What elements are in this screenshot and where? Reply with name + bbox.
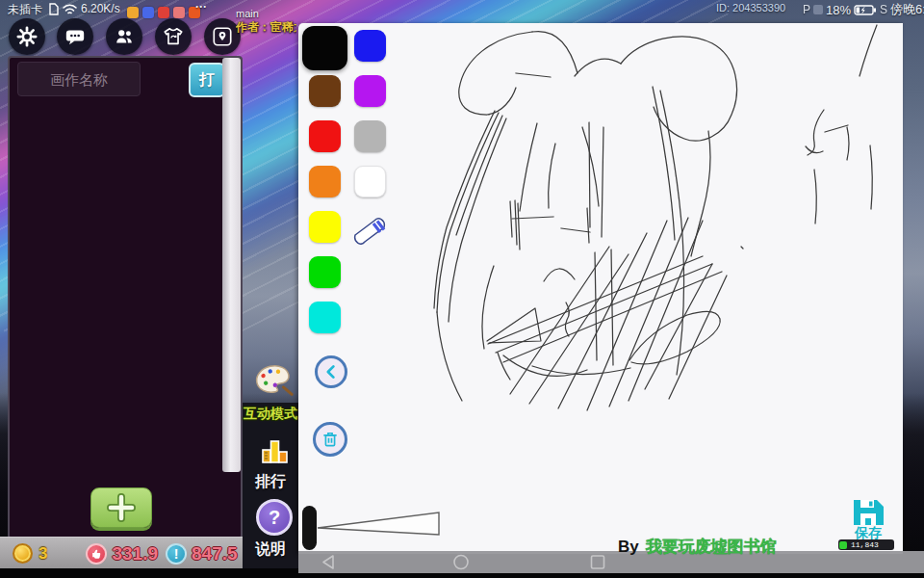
credit-by: By	[618, 538, 639, 557]
exclamation-glyph: !	[174, 546, 179, 562]
map-pin-icon	[212, 26, 233, 47]
friends-button[interactable]	[106, 18, 142, 55]
scene-name: main	[236, 8, 296, 19]
bottom-bezel	[0, 568, 298, 578]
brush-size-handle[interactable]	[302, 506, 317, 550]
drawing-canvas[interactable]	[298, 23, 903, 554]
chat-button[interactable]	[57, 18, 93, 55]
sim-status-text: 未插卡	[8, 2, 42, 18]
nav-recents-button[interactable]	[589, 554, 606, 570]
back-chevron-icon	[323, 364, 339, 380]
settings-button[interactable]	[9, 18, 45, 55]
coin-count: 3	[38, 544, 47, 564]
overlay-glyph	[813, 5, 823, 14]
notification-icon[interactable]	[158, 7, 169, 18]
clear-canvas-button[interactable]	[313, 422, 347, 457]
likes-count: 331.9	[112, 543, 158, 565]
help-button[interactable]: ?	[256, 499, 293, 536]
swatch-blue[interactable]	[354, 30, 386, 62]
wifi-icon	[62, 3, 78, 15]
performance-counter: 11,843	[838, 539, 894, 550]
scene-info: main 作者：宦稀大佬	[236, 8, 296, 36]
swatch-red[interactable]	[309, 120, 341, 152]
counter-value: 11,843	[851, 540, 879, 549]
sim-card-icon	[48, 3, 59, 15]
add-artwork-button[interactable]	[90, 487, 152, 528]
ranking-bars-icon	[260, 435, 291, 466]
counter-led	[839, 541, 847, 549]
brush-size-wedge[interactable]	[316, 508, 443, 539]
eraser-tool[interactable]	[348, 212, 393, 245]
notification-overflow-dots[interactable]: ···	[195, 0, 207, 13]
swatch-yellow[interactable]	[309, 211, 341, 243]
help-label[interactable]: 说明	[243, 539, 298, 560]
clock-time: 傍晚6:41	[890, 1, 924, 18]
save-button[interactable]	[851, 497, 886, 527]
coin-icon	[13, 543, 33, 564]
player-id: ID: 204353390	[716, 2, 785, 13]
energy-count: 847.5	[192, 543, 238, 565]
interact-mode-label[interactable]: 互动模式	[241, 406, 300, 423]
wardrobe-button[interactable]	[155, 18, 192, 55]
swatch-brown[interactable]	[309, 75, 341, 107]
artwork-name-input[interactable]	[17, 62, 141, 96]
credit-line: By 我要玩废墟图书馆	[618, 536, 777, 558]
question-mark-glyph: ?	[269, 507, 280, 529]
swatch-cyan[interactable]	[309, 302, 341, 333]
status-right-cluster: P 18% S 傍晚6:41	[803, 1, 924, 18]
swatch-green[interactable]	[309, 256, 341, 288]
nav-back-button[interactable]	[320, 554, 337, 570]
shirt-swap-icon	[163, 26, 184, 47]
battery-icon	[854, 4, 877, 16]
open-button[interactable]: 打	[189, 63, 225, 97]
friends-icon	[114, 26, 135, 47]
energy-icon: !	[166, 543, 187, 565]
panel-scrollbar[interactable]	[222, 58, 241, 472]
artwork-list-panel	[8, 56, 243, 539]
chat-bubble-icon	[64, 26, 86, 47]
screen: 未插卡 6.20K/s ··· ID: 204353390 P 18% S 傍晚…	[0, 0, 924, 578]
nav-home-button[interactable]	[452, 554, 470, 570]
scene-author: 作者：宦稀大佬	[236, 19, 296, 36]
swatch-orange[interactable]	[309, 166, 341, 197]
swatch-gray[interactable]	[354, 120, 386, 152]
notification-icon[interactable]	[142, 7, 154, 18]
android-nav-bar	[298, 551, 924, 573]
credit-author-link[interactable]: 我要玩废墟图书馆	[646, 536, 777, 558]
palette-icon	[253, 360, 294, 403]
likes-icon	[86, 543, 107, 565]
battery-percent: 18%	[826, 3, 851, 17]
ranking-label[interactable]: 排行	[243, 472, 298, 492]
ranking-button[interactable]	[260, 435, 291, 470]
network-speed: 6.20K/s	[81, 2, 120, 15]
ping-overlay-text: P	[803, 3, 810, 16]
swatch-black[interactable]	[302, 26, 347, 70]
thumbs-up-icon	[90, 547, 103, 560]
sketch-svg	[298, 23, 903, 554]
interact-mode-button[interactable]	[253, 360, 294, 407]
swatch-purple[interactable]	[354, 75, 386, 107]
trash-icon	[321, 430, 340, 449]
swatch-white[interactable]	[354, 166, 386, 197]
bottom-bezel	[298, 573, 924, 578]
gear-icon	[16, 26, 38, 47]
fps-overlay-text: S	[880, 3, 887, 16]
notification-icon[interactable]	[173, 7, 185, 18]
undo-button[interactable]	[315, 355, 347, 388]
plus-icon	[107, 493, 136, 522]
notification-icon[interactable]	[127, 7, 139, 18]
